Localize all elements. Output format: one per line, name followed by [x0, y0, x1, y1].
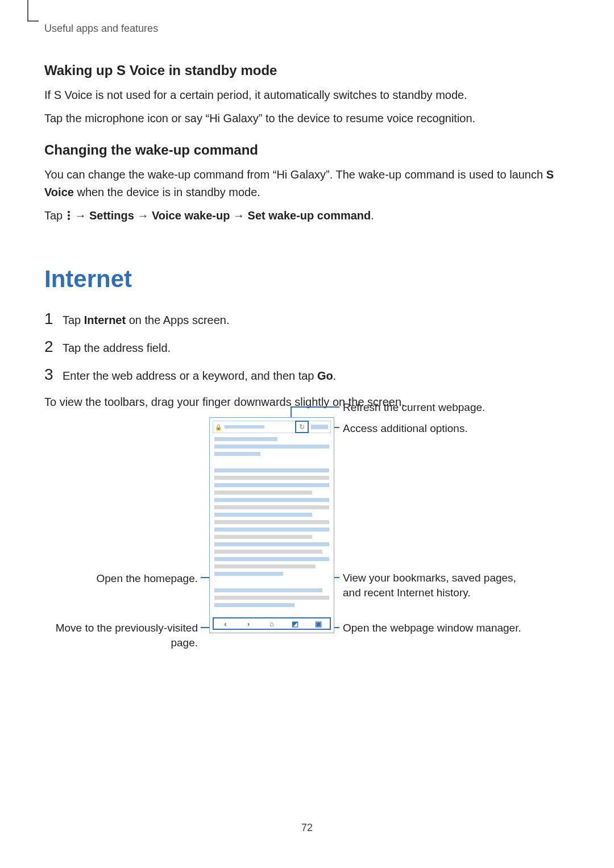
svg-point-0 — [68, 211, 70, 213]
home-button[interactable]: ⌂ — [260, 618, 284, 629]
callout-line — [201, 627, 209, 628]
text-fragment: Enter the web address or a keyword, and … — [63, 369, 317, 382]
phone-mock: 🔒 ↻ — [209, 417, 334, 633]
callout-more-options: Access additional options. — [343, 421, 530, 436]
refresh-icon: ↻ — [299, 423, 305, 431]
para-change-wakeup-desc: You can change the wake-up command from … — [44, 166, 573, 201]
text-fragment: . — [333, 369, 337, 382]
page-corner-bracket — [27, 0, 39, 22]
chevron-left-icon: ‹ — [224, 620, 226, 628]
callout-line — [201, 577, 209, 578]
text-set-wakeup-bold: Set wake-up command — [248, 209, 371, 222]
para-wakeup-path: Tap → Settings → Voice wake-up → Set wak… — [44, 207, 573, 226]
text-dot: . — [371, 209, 374, 222]
steps-list: 1 Tap Internet on the Apps screen. 2 Tap… — [44, 310, 573, 384]
more-options-button[interactable] — [311, 425, 328, 429]
step-number: 1 — [44, 310, 63, 328]
step-text: Tap Internet on the Apps screen. — [63, 312, 230, 329]
text-go-bold: Go — [317, 369, 333, 382]
text-arrow: → — [134, 209, 152, 222]
text-fragment: on the Apps screen. — [126, 314, 229, 326]
step-item: 1 Tap Internet on the Apps screen. — [44, 310, 573, 329]
page-content: Waking up S Voice in standby mode If S V… — [44, 63, 573, 417]
more-options-icon — [67, 208, 70, 226]
step-text: Tap the address field. — [63, 339, 171, 356]
callout-bookmarks: View your bookmarks, saved pages, and re… — [343, 571, 530, 600]
para-svoice-resume: Tap the microphone icon or say “Hi Galax… — [44, 110, 573, 127]
text-voice-wakeup-bold: Voice wake-up — [152, 209, 230, 222]
text-internet-bold: Internet — [84, 314, 126, 326]
heading-change-wakeup: Changing the wake-up command — [44, 142, 573, 158]
text-arrow: → — [74, 209, 89, 222]
browser-figure: Refresh the current webpage. Access addi… — [44, 397, 573, 670]
bookmark-icon: ◩ — [292, 620, 298, 628]
callout-refresh: Refresh the current webpage. — [343, 400, 530, 415]
para-svoice-standby: If S Voice is not used for a certain per… — [44, 86, 573, 104]
address-bar[interactable]: 🔒 ↻ — [213, 421, 331, 433]
step-item: 3 Enter the web address or a keyword, an… — [44, 366, 573, 384]
bookmarks-button[interactable]: ◩ — [283, 618, 306, 629]
home-icon: ⌂ — [269, 620, 274, 628]
lock-icon: 🔒 — [213, 424, 223, 430]
windows-icon: ▣ — [315, 620, 322, 628]
svg-point-2 — [68, 218, 70, 220]
chevron-right-icon: › — [247, 620, 250, 628]
text-fragment: You can change the wake-up command from … — [44, 168, 546, 181]
callout-home: Open the homepage. — [67, 571, 198, 586]
heading-waking-svoice: Waking up S Voice in standby mode — [44, 63, 573, 78]
step-item: 2 Tap the address field. — [44, 338, 573, 356]
text-tap: Tap — [44, 209, 66, 222]
step-text: Enter the web address or a keyword, and … — [63, 367, 336, 384]
step-number: 3 — [44, 366, 63, 384]
text-arrow: → — [230, 209, 247, 222]
page-content-blur — [214, 437, 329, 617]
step-number: 2 — [44, 338, 63, 356]
refresh-button[interactable]: ↻ — [295, 421, 309, 433]
browser-toolbar: ‹ › ⌂ ◩ ▣ — [213, 617, 331, 630]
callout-line — [291, 406, 339, 408]
text-settings-bold: Settings — [89, 209, 134, 222]
back-button[interactable]: ‹ — [214, 618, 237, 629]
svg-point-1 — [68, 214, 70, 217]
heading-internet: Internet — [44, 265, 573, 293]
callout-window-manager: Open the webpage window manager. — [343, 621, 530, 636]
text-fragment: when the device is in standby mode. — [74, 186, 260, 198]
breadcrumb: Useful apps and features — [44, 23, 158, 35]
manual-page: Useful apps and features Waking up S Voi… — [0, 0, 614, 868]
page-number: 72 — [0, 822, 614, 834]
text-fragment: Tap — [63, 314, 84, 326]
forward-button[interactable]: › — [237, 618, 260, 629]
windows-button[interactable]: ▣ — [306, 618, 330, 629]
callout-back: Move to the previously-visited page. — [44, 621, 198, 650]
address-placeholder — [223, 425, 295, 429]
